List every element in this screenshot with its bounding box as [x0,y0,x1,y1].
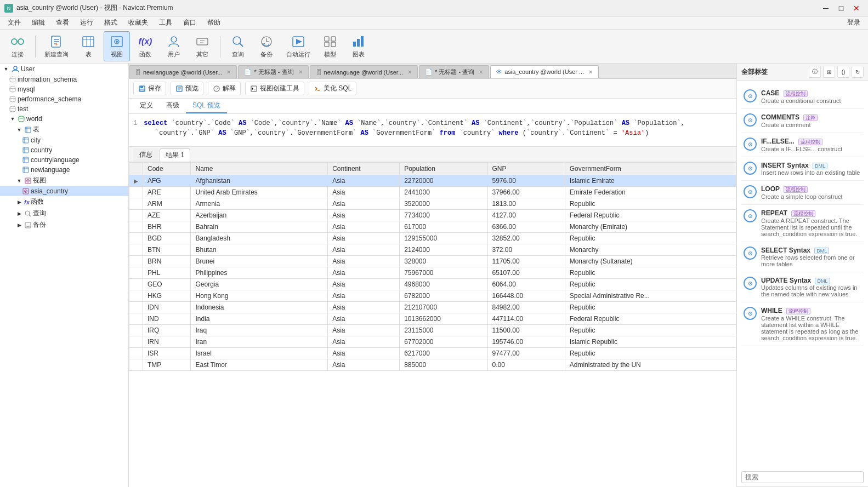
snippet-item-update[interactable]: ⊙ UPDATE Syntax DML Updates columns of e… [741,272,864,302]
menu-tools[interactable]: 工具 [154,16,178,29]
sql-editor[interactable]: 1 select `country`.`Code` AS `Code`,`cou… [129,114,736,147]
sidebar-item-asia-country[interactable]: asia_country [0,186,128,196]
table-row[interactable]: AZE Azerbaijan Asia 7734000 4127.00 Fede… [129,210,736,221]
table-row[interactable]: GEO Georgia Asia 4968000 6064.00 Republi… [129,279,736,290]
sidebar-item-performance-schema[interactable]: performance_schema [0,94,128,104]
menu-favorites[interactable]: 收藏夹 [123,16,154,29]
th-population[interactable]: Population [400,163,487,175]
menu-view[interactable]: 查看 [50,16,75,29]
table-row[interactable]: ARM Armenia Asia 3520000 1813.00 Republi… [129,198,736,210]
beautify-button[interactable]: 美化 SQL [309,82,356,95]
sidebar-item-countrylanguage[interactable]: countrylanguage [0,155,128,165]
rp-info-button[interactable]: ⓘ [809,66,821,78]
tab-close-1[interactable]: ✕ [226,69,231,75]
close-button[interactable]: ✕ [849,1,864,15]
table-row[interactable]: BGD Bangladesh Asia 129155000 32852.00 R… [129,233,736,244]
sidebar-group-views[interactable]: ▼ 视图 [0,175,128,186]
query-button[interactable]: 查询 [225,32,251,61]
data-table-container[interactable]: Code Name Continent Population GNP Gover… [129,162,736,487]
minimize-button[interactable]: ─ [819,1,833,15]
other-button[interactable]: 其它 [189,32,215,61]
sidebar-item-world[interactable]: ▼ world [0,114,128,124]
snippet-item-ifelse[interactable]: ⊙ IF...ELSE... 流程控制 Create a IF...ELSE..… [741,133,864,157]
inner-tab-sql[interactable]: SQL 预览 [186,99,227,113]
tab-untitled-1[interactable]: 📄 * 无标题 - 查询 ✕ [238,65,308,78]
view-tool-button[interactable]: 视图创建工具 [245,82,304,95]
explain-button[interactable]: ? 解释 [208,82,241,95]
th-continent[interactable]: Continent [328,163,400,175]
autorun-button[interactable]: 自动运行 [282,32,315,61]
tab-newlanguage-1[interactable]: 🗄 newlanguage @world (User... ✕ [129,65,237,78]
table-row[interactable]: PHL Philippines Asia 75967000 65107.00 R… [129,267,736,279]
backup-button[interactable]: 备份 [253,32,280,61]
view-button[interactable]: 视图 [104,31,130,61]
snippet-item-loop[interactable]: ⊙ LOOP 流程控制 Create a simple loop constru… [741,181,864,205]
tab-untitled-2[interactable]: 📄 * 无标题 - 查询 ✕ [419,65,489,78]
table-row[interactable]: ▶ AFG Afghanistan Asia 22720000 5976.00 … [129,175,736,187]
menu-format[interactable]: 格式 [99,16,123,29]
table-row[interactable]: ARE United Arab Emirates Asia 2441000 37… [129,187,736,198]
sidebar-group-functions[interactable]: ▶ fx 函数 [0,196,128,208]
inner-tab-advanced[interactable]: 高级 [160,99,186,113]
sidebar-item-mysql[interactable]: mysql [0,84,128,94]
tab-close-2[interactable]: ✕ [298,69,303,75]
snippet-item-select[interactable]: ⊙ SELECT Syntax DML Retrieve rows select… [741,242,864,272]
sidebar-group-backup[interactable]: ▶ 备份 [0,219,128,231]
connect-button[interactable]: 连接 [4,32,31,61]
sidebar-item-country[interactable]: country [0,145,128,155]
login-button[interactable]: 登录 [842,16,866,29]
snippet-item-insert[interactable]: ⊙ INSERT Syntax DML Insert new rows into… [741,157,864,181]
tab-close-3[interactable]: ✕ [407,69,412,75]
table-row[interactable]: IND India Asia 1013662000 447114.00 Fede… [129,313,736,325]
th-code[interactable]: Code [143,163,191,175]
menu-edit[interactable]: 编辑 [26,16,50,29]
chart-button[interactable]: 图表 [345,32,372,61]
th-gnp[interactable]: GNP [487,163,565,175]
menu-window[interactable]: 窗口 [178,16,202,29]
menu-help[interactable]: 帮助 [202,16,226,29]
save-button[interactable]: 保存 [133,82,166,95]
table-row[interactable]: IRN Iran Asia 67702000 195746.00 Islamic… [129,336,736,348]
rp-refresh-button[interactable]: ↻ [852,66,864,78]
user-button[interactable]: 用户 [161,32,187,61]
rp-grid-button[interactable]: ⊞ [823,66,835,78]
inner-tab-define[interactable]: 定义 [133,99,160,113]
sidebar-item-city[interactable]: city [0,135,128,145]
sidebar-item-newlanguage[interactable]: newlanguage [0,165,128,175]
tab-close-4[interactable]: ✕ [479,69,483,75]
function-button[interactable]: f(x) 函数 [132,32,158,61]
snippet-item-comments[interactable]: ⊙ COMMENTS 注释 Create a comment [741,109,864,133]
sidebar-group-tables[interactable]: ▼ 表 [0,124,128,135]
table-row[interactable]: ISR Israel Asia 6217000 97477.00 Republi… [129,348,736,359]
tab-close-5[interactable]: ✕ [588,69,593,75]
snippet-item-while[interactable]: ⊙ WHILE 流程控制 Create a WHILE construct. T… [741,302,864,346]
table-button[interactable]: 表 [75,32,101,61]
table-row[interactable]: BTN Bhutan Asia 2124000 372.00 Monarchy [129,244,736,256]
sidebar-item-information-schema[interactable]: information_schema [0,75,128,84]
sidebar-group-queries[interactable]: ▶ 查询 [0,208,128,219]
snippet-item-repeat[interactable]: ⊙ REPEAT 流程控制 Create A REPEAT construct.… [741,205,864,242]
sidebar-item-test[interactable]: test [0,104,128,114]
th-gov[interactable]: GovernmentForm [565,163,736,175]
tab-asia-country[interactable]: 👁 asia_country @world (User ... ✕ [490,65,599,78]
search-input[interactable] [741,471,864,483]
sidebar-item-user[interactable]: ▼ User [0,64,128,75]
maximize-button[interactable]: □ [834,1,848,15]
table-row[interactable]: IRQ Iraq Asia 23115000 11500.00 Republic [129,325,736,336]
table-row[interactable]: BRN Brunei Asia 328000 11705.00 Monarchy… [129,256,736,267]
result-tab-info[interactable]: 信息 [133,148,158,162]
result-tab-1[interactable]: 结果 1 [160,148,190,162]
table-row[interactable]: HKG Hong Kong Asia 6782000 166448.00 Spe… [129,290,736,302]
rp-bracket-button[interactable]: () [837,66,849,78]
model-button[interactable]: 模型 [317,32,343,61]
preview-button[interactable]: 预览 [171,82,203,95]
tab-newlanguage-2[interactable]: 🗄 newlanguage @world (User... ✕ [310,65,418,78]
new-query-button[interactable]: + 新建查询 [40,32,73,61]
th-name[interactable]: Name [191,163,328,175]
menu-run[interactable]: 运行 [75,16,99,29]
table-row[interactable]: BHR Bahrain Asia 617000 6366.00 Monarchy… [129,221,736,233]
snippet-item-case[interactable]: ⊙ CASE 流程控制 Create a conditional constru… [741,85,864,109]
menu-file[interactable]: 文件 [2,16,26,29]
table-row[interactable]: TMP East Timor Asia 885000 0.00 Administ… [129,359,736,371]
table-row[interactable]: IDN Indonesia Asia 212107000 84982.00 Re… [129,302,736,313]
